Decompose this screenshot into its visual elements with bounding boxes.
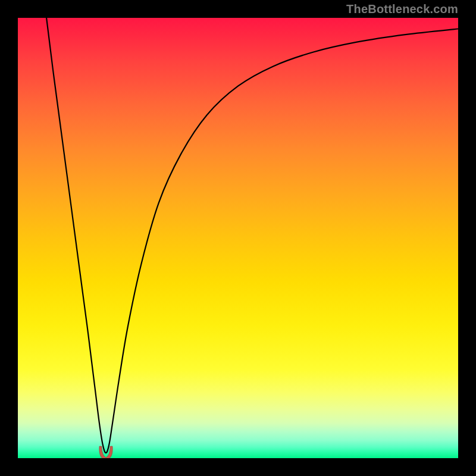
watermark-text: TheBottleneck.com [346,2,458,16]
bottleneck-curve [18,18,458,458]
curve-path [46,18,458,453]
u-glyph-icon [99,446,112,458]
chart-frame: TheBottleneck.com [0,0,476,476]
plot-area [18,18,458,458]
optimal-point-marker [97,445,115,458]
